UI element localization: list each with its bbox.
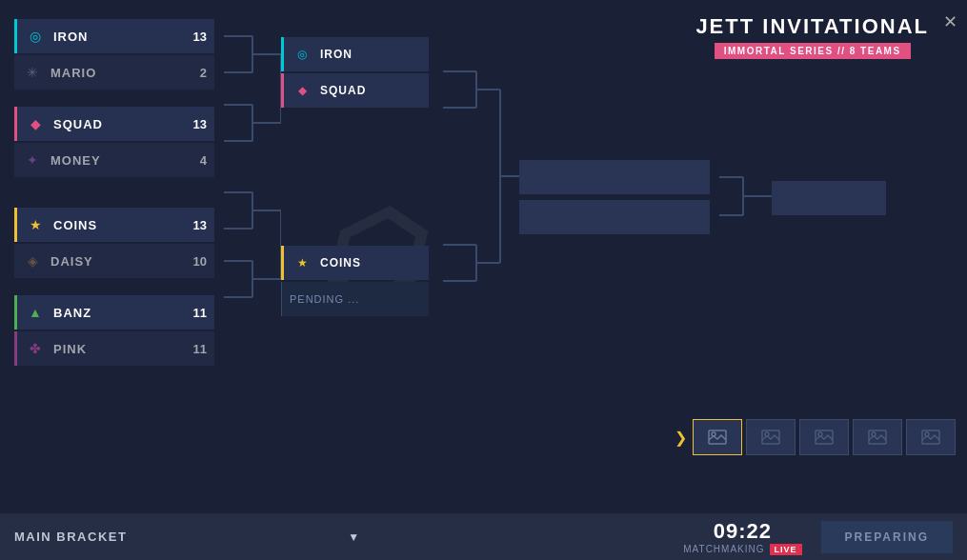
team-name: IRON: [53, 30, 188, 44]
team-row: ◆ SQUAD 13: [14, 107, 214, 141]
iron-icon-r2: ◎: [292, 44, 312, 65]
team-row: ◈ DAISY 10: [14, 244, 214, 278]
pink-icon: ✤: [25, 338, 46, 359]
banz-icon: ▲: [25, 302, 46, 323]
thumbnail-image-icon: [921, 430, 940, 445]
squad-icon-r2: ◆: [292, 80, 312, 101]
team-score: 4: [188, 153, 207, 168]
pending-row: PENDING ...: [281, 282, 429, 316]
main-container: ⬡ JETT INVITATIONAL IMMORTAL SERIES // 8…: [0, 0, 967, 560]
live-badge: LIVE: [770, 544, 802, 555]
thumbnail-row: ❯: [675, 419, 956, 455]
team-row-r2: ◆ SQUAD: [281, 73, 429, 108]
team-row: ▲ BANZ 11: [14, 295, 214, 330]
team-score: 11: [188, 342, 207, 356]
thumbnail-item[interactable]: [906, 419, 956, 455]
team-score: 10: [188, 254, 207, 269]
match4-r1: ▲ BANZ 11 ✤ PINK 11: [14, 295, 224, 368]
thumbnail-image-icon: [815, 430, 834, 445]
r3-slot1: [519, 160, 710, 194]
match1-r1: ◎ IRON 13 ✳ MARIO 2: [14, 19, 224, 91]
connector-r2-r3: [443, 19, 519, 419]
coins-icon-r2: ★: [292, 252, 312, 273]
team-name: MONEY: [50, 153, 188, 168]
team-row: ◎ IRON 13: [14, 19, 214, 53]
dropdown-arrow-icon[interactable]: ▼: [348, 530, 359, 544]
team-name: IRON: [320, 48, 421, 61]
coins-icon: ★: [25, 214, 46, 235]
team-name: SQUAD: [53, 117, 188, 131]
team-name: PINK: [53, 342, 188, 356]
connector-r3-r4: [719, 160, 772, 560]
svg-point-43: [925, 432, 929, 436]
match3-r1: ★ COINS 13 ◈ DAISY 10: [14, 208, 224, 280]
r3-slot2: [519, 200, 710, 234]
round4: [772, 181, 896, 217]
thumb-arrow-icon: ❯: [675, 429, 687, 447]
team-row: ✳ MARIO 2: [14, 55, 214, 90]
thumbnail-item[interactable]: [799, 419, 849, 455]
money-icon: ✦: [22, 150, 43, 170]
team-name: SQUAD: [320, 84, 421, 97]
team-score: 13: [188, 218, 207, 232]
team-score: 13: [188, 117, 207, 131]
connector-r1-r2: [224, 19, 281, 419]
round3: [519, 160, 719, 236]
iron-icon: ◎: [25, 26, 46, 47]
team-row: ✤ PINK 11: [14, 331, 214, 366]
daisy-icon: ◈: [22, 250, 43, 271]
team-name: COINS: [53, 218, 188, 232]
svg-point-41: [872, 432, 876, 436]
team-score: 2: [188, 66, 207, 80]
team-row: ★ COINS 13: [14, 208, 214, 242]
bracket-area: ⬡ JETT INVITATIONAL IMMORTAL SERIES // 8…: [0, 0, 967, 512]
team-row-r2-coins: ★ COINS: [281, 246, 429, 280]
bracket-label: MAIN BRACKET: [14, 530, 338, 544]
round1: ◎ IRON 13 ✳ MARIO 2 ◆ SQUAD: [14, 19, 224, 368]
mario-icon: ✳: [22, 62, 43, 83]
svg-point-35: [712, 432, 715, 436]
team-row: ✦ MONEY 4: [14, 143, 214, 177]
bottom-bar: MAIN BRACKET ▼ 09:22 MATCHMAKING LIVE PR…: [0, 512, 967, 560]
team-name: COINS: [320, 256, 421, 270]
team-score: 13: [188, 30, 207, 44]
svg-point-39: [818, 432, 822, 436]
team-name: MARIO: [50, 66, 188, 80]
team-name: DAISY: [50, 254, 188, 269]
squad-icon: ◆: [25, 113, 46, 134]
team-score: 11: [188, 306, 207, 320]
round2: ◎ IRON ◆ SQUAD ★ COINS PENDING ...: [281, 19, 443, 318]
pending-text: PENDING ...: [290, 293, 359, 305]
thumbnail-item[interactable]: [853, 419, 902, 455]
r4-slot: [772, 181, 886, 215]
match2-r1: ◆ SQUAD 13 ✦ MONEY 4: [14, 107, 224, 179]
team-row-r2: ◎ IRON: [281, 37, 429, 71]
preparing-button[interactable]: PREPARING: [821, 521, 953, 553]
team-name: BANZ: [53, 306, 188, 320]
thumbnail-image-icon: [868, 430, 887, 445]
